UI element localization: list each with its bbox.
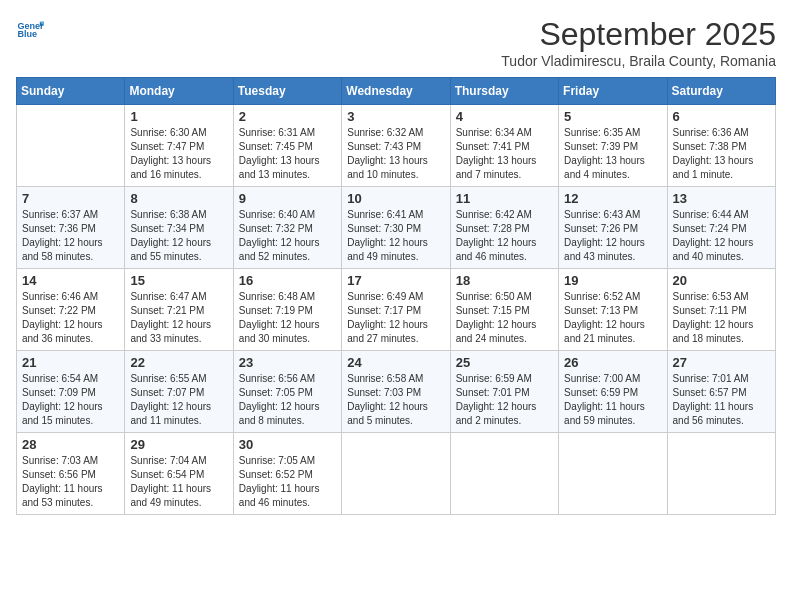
day-number: 15 xyxy=(130,273,227,288)
day-cell: 5Sunrise: 6:35 AM Sunset: 7:39 PM Daylig… xyxy=(559,105,667,187)
header-cell-monday: Monday xyxy=(125,78,233,105)
day-info: Sunrise: 6:31 AM Sunset: 7:45 PM Dayligh… xyxy=(239,126,336,182)
day-number: 12 xyxy=(564,191,661,206)
day-cell xyxy=(342,433,450,515)
day-cell: 13Sunrise: 6:44 AM Sunset: 7:24 PM Dayli… xyxy=(667,187,775,269)
day-info: Sunrise: 6:54 AM Sunset: 7:09 PM Dayligh… xyxy=(22,372,119,428)
page-header: General Blue September 2025 Tudor Vladim… xyxy=(16,16,776,69)
day-number: 16 xyxy=(239,273,336,288)
day-number: 5 xyxy=(564,109,661,124)
week-row-5: 28Sunrise: 7:03 AM Sunset: 6:56 PM Dayli… xyxy=(17,433,776,515)
day-cell: 9Sunrise: 6:40 AM Sunset: 7:32 PM Daylig… xyxy=(233,187,341,269)
day-info: Sunrise: 6:55 AM Sunset: 7:07 PM Dayligh… xyxy=(130,372,227,428)
logo-icon: General Blue xyxy=(16,16,44,44)
day-cell xyxy=(559,433,667,515)
day-info: Sunrise: 7:00 AM Sunset: 6:59 PM Dayligh… xyxy=(564,372,661,428)
week-row-1: 1Sunrise: 6:30 AM Sunset: 7:47 PM Daylig… xyxy=(17,105,776,187)
day-cell: 24Sunrise: 6:58 AM Sunset: 7:03 PM Dayli… xyxy=(342,351,450,433)
day-number: 14 xyxy=(22,273,119,288)
day-cell: 14Sunrise: 6:46 AM Sunset: 7:22 PM Dayli… xyxy=(17,269,125,351)
day-info: Sunrise: 6:41 AM Sunset: 7:30 PM Dayligh… xyxy=(347,208,444,264)
day-number: 6 xyxy=(673,109,770,124)
day-cell: 12Sunrise: 6:43 AM Sunset: 7:26 PM Dayli… xyxy=(559,187,667,269)
day-number: 29 xyxy=(130,437,227,452)
day-number: 13 xyxy=(673,191,770,206)
day-number: 18 xyxy=(456,273,553,288)
day-info: Sunrise: 6:34 AM Sunset: 7:41 PM Dayligh… xyxy=(456,126,553,182)
header-cell-wednesday: Wednesday xyxy=(342,78,450,105)
day-number: 23 xyxy=(239,355,336,370)
day-number: 24 xyxy=(347,355,444,370)
day-cell: 29Sunrise: 7:04 AM Sunset: 6:54 PM Dayli… xyxy=(125,433,233,515)
day-cell xyxy=(17,105,125,187)
day-cell: 25Sunrise: 6:59 AM Sunset: 7:01 PM Dayli… xyxy=(450,351,558,433)
day-cell: 11Sunrise: 6:42 AM Sunset: 7:28 PM Dayli… xyxy=(450,187,558,269)
header-cell-saturday: Saturday xyxy=(667,78,775,105)
day-cell: 21Sunrise: 6:54 AM Sunset: 7:09 PM Dayli… xyxy=(17,351,125,433)
day-info: Sunrise: 6:58 AM Sunset: 7:03 PM Dayligh… xyxy=(347,372,444,428)
day-cell xyxy=(450,433,558,515)
week-row-4: 21Sunrise: 6:54 AM Sunset: 7:09 PM Dayli… xyxy=(17,351,776,433)
day-info: Sunrise: 6:49 AM Sunset: 7:17 PM Dayligh… xyxy=(347,290,444,346)
day-info: Sunrise: 6:47 AM Sunset: 7:21 PM Dayligh… xyxy=(130,290,227,346)
day-cell: 15Sunrise: 6:47 AM Sunset: 7:21 PM Dayli… xyxy=(125,269,233,351)
day-cell: 18Sunrise: 6:50 AM Sunset: 7:15 PM Dayli… xyxy=(450,269,558,351)
day-cell: 10Sunrise: 6:41 AM Sunset: 7:30 PM Dayli… xyxy=(342,187,450,269)
day-info: Sunrise: 6:50 AM Sunset: 7:15 PM Dayligh… xyxy=(456,290,553,346)
day-cell: 19Sunrise: 6:52 AM Sunset: 7:13 PM Dayli… xyxy=(559,269,667,351)
day-info: Sunrise: 6:56 AM Sunset: 7:05 PM Dayligh… xyxy=(239,372,336,428)
day-cell: 3Sunrise: 6:32 AM Sunset: 7:43 PM Daylig… xyxy=(342,105,450,187)
location-subtitle: Tudor Vladimirescu, Braila County, Roman… xyxy=(501,53,776,69)
svg-text:Blue: Blue xyxy=(17,29,37,39)
day-number: 3 xyxy=(347,109,444,124)
day-info: Sunrise: 6:44 AM Sunset: 7:24 PM Dayligh… xyxy=(673,208,770,264)
day-cell: 26Sunrise: 7:00 AM Sunset: 6:59 PM Dayli… xyxy=(559,351,667,433)
title-block: September 2025 Tudor Vladimirescu, Brail… xyxy=(501,16,776,69)
day-cell: 20Sunrise: 6:53 AM Sunset: 7:11 PM Dayli… xyxy=(667,269,775,351)
day-cell: 6Sunrise: 6:36 AM Sunset: 7:38 PM Daylig… xyxy=(667,105,775,187)
day-cell: 17Sunrise: 6:49 AM Sunset: 7:17 PM Dayli… xyxy=(342,269,450,351)
day-number: 20 xyxy=(673,273,770,288)
day-number: 26 xyxy=(564,355,661,370)
day-number: 25 xyxy=(456,355,553,370)
day-cell: 23Sunrise: 6:56 AM Sunset: 7:05 PM Dayli… xyxy=(233,351,341,433)
header-cell-thursday: Thursday xyxy=(450,78,558,105)
header-cell-friday: Friday xyxy=(559,78,667,105)
day-cell: 22Sunrise: 6:55 AM Sunset: 7:07 PM Dayli… xyxy=(125,351,233,433)
day-cell: 28Sunrise: 7:03 AM Sunset: 6:56 PM Dayli… xyxy=(17,433,125,515)
day-info: Sunrise: 6:40 AM Sunset: 7:32 PM Dayligh… xyxy=(239,208,336,264)
day-number: 30 xyxy=(239,437,336,452)
day-info: Sunrise: 6:30 AM Sunset: 7:47 PM Dayligh… xyxy=(130,126,227,182)
day-info: Sunrise: 7:03 AM Sunset: 6:56 PM Dayligh… xyxy=(22,454,119,510)
day-number: 17 xyxy=(347,273,444,288)
day-number: 28 xyxy=(22,437,119,452)
day-number: 1 xyxy=(130,109,227,124)
day-cell: 8Sunrise: 6:38 AM Sunset: 7:34 PM Daylig… xyxy=(125,187,233,269)
day-info: Sunrise: 6:52 AM Sunset: 7:13 PM Dayligh… xyxy=(564,290,661,346)
day-cell: 1Sunrise: 6:30 AM Sunset: 7:47 PM Daylig… xyxy=(125,105,233,187)
day-cell: 16Sunrise: 6:48 AM Sunset: 7:19 PM Dayli… xyxy=(233,269,341,351)
day-number: 22 xyxy=(130,355,227,370)
week-row-2: 7Sunrise: 6:37 AM Sunset: 7:36 PM Daylig… xyxy=(17,187,776,269)
day-number: 10 xyxy=(347,191,444,206)
header-row: SundayMondayTuesdayWednesdayThursdayFrid… xyxy=(17,78,776,105)
day-info: Sunrise: 6:59 AM Sunset: 7:01 PM Dayligh… xyxy=(456,372,553,428)
header-cell-sunday: Sunday xyxy=(17,78,125,105)
day-info: Sunrise: 6:35 AM Sunset: 7:39 PM Dayligh… xyxy=(564,126,661,182)
week-row-3: 14Sunrise: 6:46 AM Sunset: 7:22 PM Dayli… xyxy=(17,269,776,351)
day-info: Sunrise: 6:48 AM Sunset: 7:19 PM Dayligh… xyxy=(239,290,336,346)
calendar-table: SundayMondayTuesdayWednesdayThursdayFrid… xyxy=(16,77,776,515)
day-info: Sunrise: 6:46 AM Sunset: 7:22 PM Dayligh… xyxy=(22,290,119,346)
day-info: Sunrise: 6:43 AM Sunset: 7:26 PM Dayligh… xyxy=(564,208,661,264)
day-number: 9 xyxy=(239,191,336,206)
day-cell: 4Sunrise: 6:34 AM Sunset: 7:41 PM Daylig… xyxy=(450,105,558,187)
day-number: 7 xyxy=(22,191,119,206)
day-info: Sunrise: 6:53 AM Sunset: 7:11 PM Dayligh… xyxy=(673,290,770,346)
day-number: 8 xyxy=(130,191,227,206)
logo: General Blue xyxy=(16,16,44,44)
day-cell: 27Sunrise: 7:01 AM Sunset: 6:57 PM Dayli… xyxy=(667,351,775,433)
day-info: Sunrise: 6:37 AM Sunset: 7:36 PM Dayligh… xyxy=(22,208,119,264)
month-title: September 2025 xyxy=(501,16,776,53)
header-cell-tuesday: Tuesday xyxy=(233,78,341,105)
day-info: Sunrise: 7:01 AM Sunset: 6:57 PM Dayligh… xyxy=(673,372,770,428)
